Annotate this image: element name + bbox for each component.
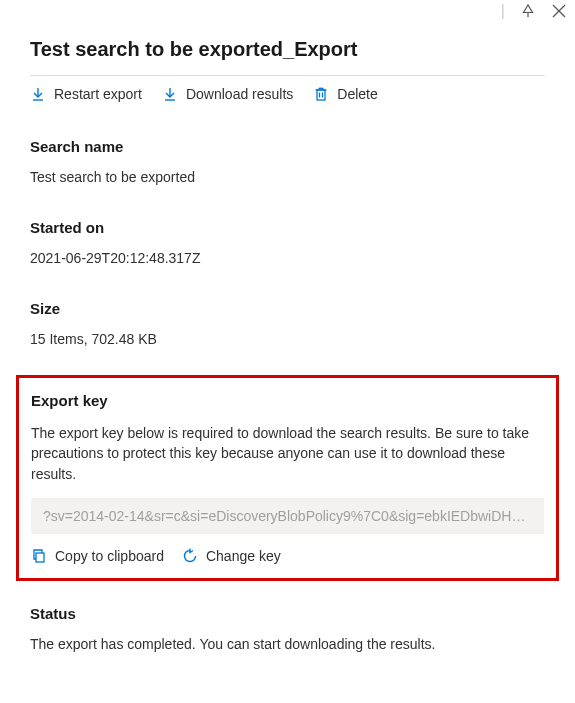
svg-rect-7 <box>317 90 325 100</box>
trash-icon <box>313 86 329 102</box>
page-title: Test search to be exported_Export <box>30 38 545 61</box>
restart-export-label: Restart export <box>54 86 142 102</box>
size-section: Size 15 Items, 702.48 KB <box>30 300 545 347</box>
search-name-value: Test search to be exported <box>30 169 545 185</box>
close-icon[interactable] <box>551 3 567 19</box>
size-value: 15 Items, 702.48 KB <box>30 331 545 347</box>
search-name-label: Search name <box>30 138 545 155</box>
status-value: The export has completed. You can start … <box>30 636 545 652</box>
copy-icon <box>31 548 47 564</box>
delete-button[interactable]: Delete <box>313 86 377 102</box>
started-on-label: Started on <box>30 219 545 236</box>
export-key-section: Export key The export key below is requi… <box>16 375 559 581</box>
copy-to-clipboard-label: Copy to clipboard <box>55 548 164 564</box>
export-key-label: Export key <box>31 392 544 409</box>
download-results-button[interactable]: Download results <box>162 86 293 102</box>
delete-label: Delete <box>337 86 377 102</box>
change-key-label: Change key <box>206 548 281 564</box>
status-label: Status <box>30 605 545 622</box>
export-key-actions: Copy to clipboard Change key <box>31 548 544 564</box>
divider-icon: | <box>501 2 505 20</box>
size-label: Size <box>30 300 545 317</box>
download-results-label: Download results <box>186 86 293 102</box>
refresh-icon <box>182 548 198 564</box>
download-arrow-icon <box>162 86 178 102</box>
search-name-section: Search name Test search to be exported <box>30 138 545 185</box>
started-on-section: Started on 2021-06-29T20:12:48.317Z <box>30 219 545 266</box>
divider <box>30 75 545 76</box>
export-key-value: ?sv=2014-02-14&sr=c&si=eDiscoveryBlobPol… <box>31 498 544 534</box>
download-arrow-icon <box>30 86 46 102</box>
started-on-value: 2021-06-29T20:12:48.317Z <box>30 250 545 266</box>
export-key-description: The export key below is required to down… <box>31 423 544 484</box>
toolbar: Restart export Download results <box>30 86 545 102</box>
svg-rect-14 <box>36 553 44 562</box>
favorite-icon[interactable] <box>519 2 537 20</box>
restart-export-button[interactable]: Restart export <box>30 86 142 102</box>
copy-to-clipboard-button[interactable]: Copy to clipboard <box>31 548 164 564</box>
change-key-button[interactable]: Change key <box>182 548 281 564</box>
status-section: Status The export has completed. You can… <box>30 605 545 652</box>
